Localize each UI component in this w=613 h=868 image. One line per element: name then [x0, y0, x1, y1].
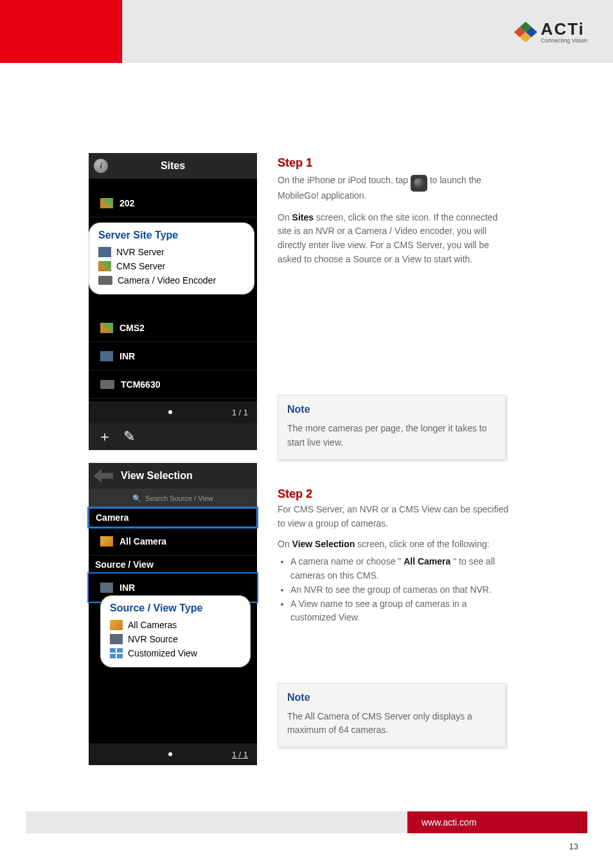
step1-label: Step 1 — [278, 154, 509, 172]
search-source-input[interactable]: 🔍 Search Source / View — [89, 489, 257, 508]
note1-text: The more cameras per page, the longer it… — [287, 422, 496, 449]
cms-server-icon — [98, 261, 111, 271]
info-icon[interactable]: i — [94, 159, 108, 173]
step1-line1: On the iPhone or iPod touch, tap — [278, 175, 408, 185]
note2-box: Note The All Camera of CMS Server only d… — [278, 683, 506, 747]
mobile-screens-column: i Sites 202 CMS2 INR TCM6630 1 / 1 ＋ — [89, 153, 257, 765]
footer-url-bar: www.acti.com — [407, 811, 587, 833]
acti-mark-icon — [514, 20, 537, 43]
text: On — [278, 212, 292, 222]
brand-tagline: Connecting Vision — [541, 38, 587, 44]
site-row-202[interactable]: 202 — [89, 189, 257, 217]
sites-pager: 1 / 1 — [89, 401, 257, 423]
note1-box: Note The more cameras per page, the long… — [278, 395, 506, 459]
brand-name: ACTi — [541, 19, 585, 39]
nvr-server-icon — [98, 247, 111, 257]
callout-label: Camera / Video Encoder — [118, 275, 216, 285]
section-camera: Camera — [89, 508, 257, 527]
view-screen-header: View Selection — [89, 463, 257, 489]
site-row-tcm6630[interactable]: TCM6630 — [89, 370, 257, 399]
search-icon: 🔍 — [132, 494, 141, 503]
all-camera-label: All Camera — [120, 536, 166, 547]
all-camera-icon — [110, 620, 123, 630]
cms-server-icon — [100, 198, 113, 208]
step2-bullet2: An NVR to see the group of cameras on th… — [290, 583, 509, 597]
source-callout-item: Customized View — [110, 646, 241, 660]
pager-text: 1 / 1 — [232, 750, 248, 759]
server-callout-title: Server Site Type — [98, 230, 245, 241]
all-camera-row[interactable]: All Camera — [89, 527, 257, 556]
text: On — [278, 539, 292, 549]
view-selection-word: View Selection — [292, 539, 355, 549]
callout-label: All Cameras — [128, 620, 177, 630]
callout-label: NVR Server — [116, 247, 164, 257]
camera-icon — [98, 276, 112, 285]
step2-bullet3: A View name to see a group of cameras in… — [290, 597, 509, 625]
step2-list-head: On View Selection screen, click one of t… — [278, 538, 509, 552]
sites-title: Sites — [112, 160, 234, 172]
section-source-view: Source / View — [89, 556, 257, 574]
all-camera-word: All Camera — [404, 556, 450, 566]
search-placeholder: Search Source / View — [145, 494, 213, 502]
site-row-label: 202 — [120, 198, 134, 208]
step1-block: Step 1 On the iPhone or iPod touch, tap … — [278, 154, 509, 266]
site-row-cms2[interactable]: CMS2 — [89, 314, 257, 342]
note1-title: Note — [287, 402, 496, 418]
top-red-block — [0, 0, 122, 63]
site-row-label: INR — [120, 351, 135, 361]
sites-screen-header: i Sites — [89, 153, 257, 179]
text: A camera name or choose " — [290, 556, 401, 566]
pager-dot-icon — [168, 410, 172, 414]
back-arrow-icon[interactable] — [94, 469, 113, 483]
source-callout-title: Source / View Type — [110, 602, 241, 614]
server-site-type-callout: Server Site Type NVR Server CMS Server C… — [89, 222, 254, 294]
step1-text: On the iPhone or iPod touch, tap to laun… — [278, 172, 509, 203]
top-gray-banner: ACTi Connecting Vision — [122, 0, 613, 63]
server-callout-item: NVR Server — [98, 245, 245, 259]
nvr-source-icon — [100, 583, 113, 593]
footer-url: www.acti.com — [422, 817, 477, 827]
step1-text2: On Sites screen, click on the site icon.… — [278, 211, 509, 267]
callout-label: CMS Server — [116, 261, 165, 271]
camera-icon — [100, 380, 114, 389]
brand-text-wrap: ACTi Connecting Vision — [541, 19, 587, 44]
step2-label: Step 2 — [278, 485, 509, 503]
note2-title: Note — [287, 690, 496, 706]
cms-server-icon — [100, 323, 113, 333]
edit-site-icon[interactable]: ✎ — [123, 428, 135, 445]
instruction-column: Step 1 On the iPhone or iPod touch, tap … — [278, 154, 509, 747]
source-callout-item: All Cameras — [110, 618, 241, 632]
text: screen, click one of the following: — [357, 539, 489, 549]
site-row-label: TCM6630 — [121, 379, 160, 390]
nvr-server-icon — [100, 351, 113, 361]
source-row-label: INR — [120, 583, 135, 593]
customized-view-icon — [110, 648, 123, 658]
view-pager: 1 / 1 — [89, 743, 257, 765]
sites-screen: i Sites 202 CMS2 INR TCM6630 1 / 1 ＋ — [89, 153, 257, 450]
pager-text: 1 / 1 — [232, 408, 248, 417]
callout-label: Customized View — [128, 648, 197, 658]
sites-word: Sites — [292, 212, 314, 222]
source-callout-item: NVR Source — [110, 632, 241, 646]
note2-text: The All Camera of CMS Server only displa… — [287, 710, 496, 737]
step2-block: Step 2 For CMS Server, an NVR or a CMS V… — [278, 485, 509, 625]
callout-label: NVR Source — [128, 634, 178, 644]
server-callout-item: Camera / Video Encoder — [98, 273, 245, 287]
step2-bullet1: A camera name or choose " All Camera " t… — [290, 555, 509, 583]
page-number: 13 — [0, 842, 578, 851]
view-title: View Selection — [117, 470, 252, 482]
step2-intro: For CMS Server, an NVR or a CMS View can… — [278, 503, 509, 530]
site-row-inr[interactable]: INR — [89, 342, 257, 370]
source-view-type-callout: Source / View Type All Cameras NVR Sourc… — [100, 595, 251, 667]
nvr-source-icon — [110, 634, 123, 644]
sites-toolbar: ＋ ✎ — [89, 423, 257, 450]
app-launcher-icon — [411, 175, 427, 192]
site-row-label: CMS2 — [120, 323, 145, 333]
brand-logo: ACTi Connecting Vision — [514, 19, 587, 44]
step2-bullets: A camera name or choose " All Camera " t… — [290, 555, 509, 624]
pager-dot-icon — [168, 752, 172, 756]
all-camera-icon — [100, 536, 113, 547]
add-site-icon[interactable]: ＋ — [98, 427, 112, 446]
server-callout-item: CMS Server — [98, 259, 245, 273]
